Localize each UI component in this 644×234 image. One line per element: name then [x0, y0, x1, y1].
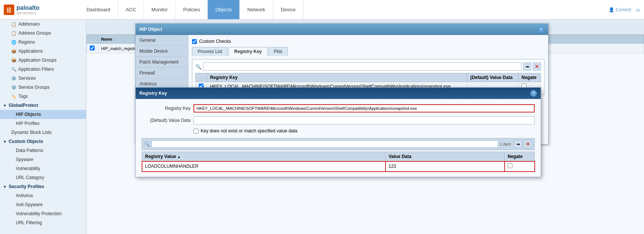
nav-tabs: Dashboard ACC Monitor Policies Objects N…	[79, 0, 609, 19]
table-row[interactable]: LOADCOLUMNHANDLER 123	[142, 161, 535, 172]
sidebar-item-antivirus[interactable]: Antivirus	[0, 191, 86, 200]
rk-close-search-button[interactable]: ✕	[524, 140, 532, 148]
search-bar: 🔍 ➡ ✕	[195, 62, 541, 71]
sidebar-item-hip-profiles[interactable]: HIP Profiles	[0, 119, 86, 128]
logo-text: paloalto NETWORKS	[17, 5, 39, 15]
tab-network[interactable]: Network	[240, 0, 273, 19]
value-data-row: (Default) Value Data	[142, 116, 535, 125]
registry-key-row: Registry Key	[142, 104, 535, 112]
app-icon: 📦	[11, 49, 17, 54]
sidebar-item-addresses[interactable]: 📋 Addresses	[0, 20, 86, 29]
sidebar: 📋 Addresses 📋 Address Groups 🌐 Regions 📦…	[0, 20, 86, 234]
col-checkbox	[196, 73, 207, 82]
sidebar-item-url-category[interactable]: URL Category	[0, 173, 86, 182]
search-icon: 🔍	[195, 64, 201, 70]
sidebar-item-anti-spyware[interactable]: Anti-Spyware	[0, 200, 86, 209]
list-icon: 📋	[11, 31, 17, 36]
hip-dialog-title-bar: HIP Object ?	[136, 24, 548, 35]
tab-monitor[interactable]: Monitor	[144, 0, 175, 19]
registry-value-cell: LOADCOLUMNHANDLER	[142, 161, 385, 172]
custom-checks-checkbox[interactable]	[192, 39, 197, 44]
sidebar-section-globalprotect: ▼ GlobalProtect	[0, 101, 86, 110]
tab-process-list[interactable]: Process List	[192, 47, 228, 56]
sidebar-item-application-groups[interactable]: 📦 Application Groups	[0, 56, 86, 65]
tab-policies[interactable]: Policies	[175, 0, 208, 19]
help-button[interactable]: ?	[538, 26, 544, 33]
sidebar-item-vulnerability-protection[interactable]: Vulnerability Protection	[0, 209, 86, 218]
rk-nav-button[interactable]: ➡	[514, 140, 522, 148]
custom-checks-label: Custom Checks	[199, 39, 231, 44]
sidebar-item-dynamic-block-lists[interactable]: Dynamic Block Lists	[0, 128, 86, 137]
row-checkbox[interactable]	[90, 46, 95, 50]
hip-dialog-title: HIP Object	[139, 27, 162, 32]
sidebar-item-applications[interactable]: 📦 Applications	[0, 47, 86, 56]
save-button[interactable]: 🗂	[636, 7, 640, 12]
rk-dialog-title-bar: Registry Key ?	[136, 88, 541, 99]
registry-key-label: Registry Key	[142, 106, 190, 111]
close-search-button[interactable]: ✕	[533, 62, 541, 71]
col-registry-key: Registry Key	[207, 73, 467, 82]
tab-dashboard[interactable]: Dashboard	[79, 0, 118, 19]
sidebar-item-vulnerability[interactable]: Vulnerability	[0, 164, 86, 173]
hip-nav-firewall[interactable]: Firewall	[136, 68, 188, 79]
sidebar-item-tags[interactable]: 🏷️ Tags	[0, 92, 86, 101]
expand-icon: ▼	[3, 140, 7, 144]
rk-table-area: 🔍 1 item ➡ ✕ Registry Value ▲	[142, 138, 535, 172]
key-not-exist-label: Key does not exist or match specified va…	[201, 128, 297, 134]
nav-next-button[interactable]: ➡	[523, 62, 531, 71]
main-layout: 📋 Addresses 📋 Address Groups 🌐 Regions 📦…	[0, 20, 644, 234]
rk-dialog-title: Registry Key	[139, 91, 167, 96]
content-area: Name HIP_match_registr... HIP Object ? G…	[86, 20, 644, 234]
tab-plist[interactable]: Plist	[268, 47, 288, 56]
top-nav: ||| paloalto NETWORKS Dashboard ACC Moni…	[0, 0, 644, 20]
col-value-data: (Default) Value Data	[467, 73, 519, 82]
sidebar-section-security-profiles: ▼ Security Profiles	[0, 182, 86, 191]
sidebar-item-service-groups[interactable]: ⚙️ Service Groups	[0, 83, 86, 92]
sidebar-item-application-filters[interactable]: 🔍 Application Filters	[0, 65, 86, 74]
tag-icon: 🏷️	[11, 94, 17, 99]
registry-key-dialog: Registry Key ? Registry Key (Default) Va…	[135, 87, 541, 177]
registry-value-table: Registry Value ▲ Value Data Negate L	[142, 152, 535, 172]
col-negate-header: Negate	[505, 152, 535, 161]
sidebar-item-hip-objects[interactable]: HIP Objects	[0, 110, 86, 119]
logo-area: ||| paloalto NETWORKS	[4, 5, 79, 15]
list-icon: 📋	[11, 22, 17, 27]
tab-acc[interactable]: ACC	[118, 0, 144, 19]
gear-icon: ⚙️	[11, 76, 17, 81]
col-value-data-header[interactable]: Value Data	[385, 152, 505, 161]
col-registry-value[interactable]: Registry Value ▲	[142, 152, 385, 161]
hip-nav-general[interactable]: General	[136, 35, 188, 46]
sidebar-item-url-filtering[interactable]: URL Filtering	[0, 218, 86, 227]
tab-objects[interactable]: Objects	[208, 0, 240, 19]
expand-icon: ▼	[3, 103, 7, 108]
tab-registry-key[interactable]: Registry Key	[228, 47, 267, 56]
key-not-exist-checkbox[interactable]	[194, 129, 198, 134]
search-input[interactable]	[203, 62, 522, 71]
registry-key-input[interactable]	[194, 104, 535, 112]
sidebar-item-regions[interactable]: 🌐 Regions	[0, 38, 86, 47]
gear-icon: ⚙️	[11, 85, 17, 90]
value-data-input[interactable]	[194, 116, 535, 125]
tab-device[interactable]: Device	[273, 0, 304, 19]
hip-nav-patch-management[interactable]: Patch Management	[136, 57, 188, 68]
rk-search-bar: 🔍 1 item ➡ ✕	[142, 138, 535, 150]
value-data-cell: 123	[385, 161, 505, 172]
item-count: 1 item	[500, 142, 511, 146]
custom-checks-header: Custom Checks	[192, 39, 544, 44]
rk-search-input[interactable]	[151, 140, 498, 148]
sidebar-item-services[interactable]: ⚙️ Services	[0, 74, 86, 83]
expand-icon: ▼	[3, 185, 7, 189]
commit-button[interactable]: 👤 Commit	[609, 7, 631, 12]
sidebar-item-data-patterns[interactable]: Data Patterns	[0, 146, 86, 155]
sidebar-item-spyware[interactable]: Spyware	[0, 155, 86, 164]
rk-help-button[interactable]: ?	[530, 90, 537, 97]
key-not-exist-row: Key does not exist or match specified va…	[194, 128, 535, 134]
globe-icon: 🌐	[11, 40, 17, 45]
sidebar-item-address-groups[interactable]: 📋 Address Groups	[0, 29, 86, 38]
col-negate: Negate	[519, 73, 541, 82]
logo-icon: |||	[4, 5, 14, 15]
app-groups-icon: 📦	[11, 58, 17, 63]
tab-bar: Process List Registry Key Plist	[192, 47, 544, 56]
filter-icon: 🔍	[11, 67, 17, 72]
hip-nav-mobile-device[interactable]: Mobile Device	[136, 46, 188, 57]
